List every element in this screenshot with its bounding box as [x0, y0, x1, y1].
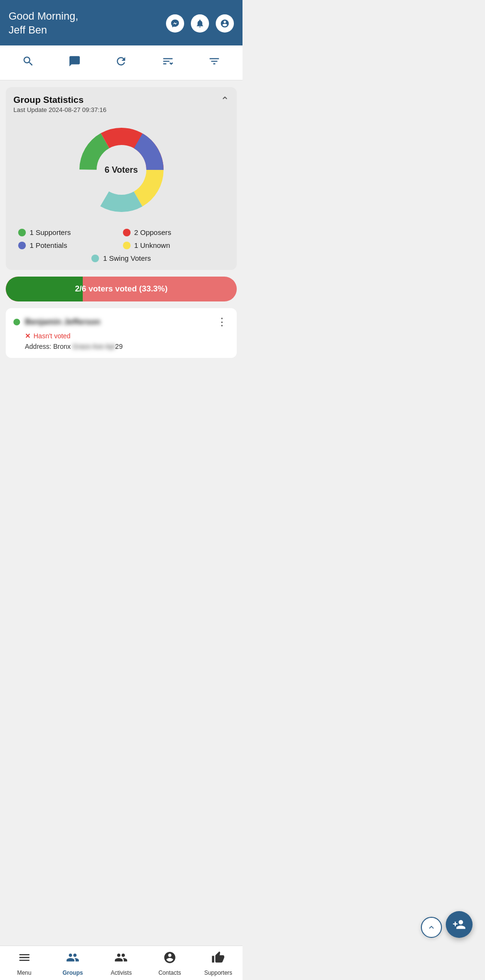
voter-name: Benjamin Jefferson	[25, 317, 100, 327]
progress-bar-label: 2/6 voters voted (33.3%)	[6, 284, 237, 294]
messenger-icon[interactable]	[166, 14, 184, 33]
unknown-dot	[123, 242, 131, 249]
opposers-dot	[123, 229, 131, 236]
voter-menu-button[interactable]: ⋮	[215, 316, 229, 328]
unknown-label: 1 Unknown	[134, 241, 170, 249]
voter-status-dot	[13, 319, 20, 325]
stats-title-block: Group Statistics Last Update 2024-08-27 …	[13, 95, 106, 113]
swing-dot	[91, 255, 99, 262]
address-prefix: Address: Bronx	[25, 343, 73, 350]
legend-opposers: 2 Opposers	[123, 228, 225, 236]
donut-center-label: 6 Voters	[105, 165, 138, 175]
greeting-line1: Good Morning,	[9, 10, 78, 23]
opposers-label: 2 Opposers	[134, 228, 172, 236]
donut-chart: 6 Voters	[74, 122, 169, 218]
bell-icon[interactable]	[191, 14, 209, 33]
chart-legend: 1 Supporters 2 Opposers 1 Potentials 1 U…	[13, 228, 229, 262]
supporters-label: 1 Supporters	[30, 228, 71, 236]
support-icon[interactable]	[216, 14, 234, 33]
voter-vote-status: ✕ Hasn't voted	[25, 332, 229, 340]
sort-button[interactable]	[157, 53, 179, 72]
greeting-line2: Jeff Ben	[9, 23, 78, 37]
header-icons	[166, 14, 234, 33]
address-blurred: Grace Ave Apt	[73, 343, 115, 350]
message-button[interactable]	[64, 53, 86, 72]
header-greeting: Good Morning, Jeff Ben	[9, 10, 78, 37]
stats-title: Group Statistics	[13, 95, 106, 105]
vote-status-text: Hasn't voted	[33, 332, 70, 340]
main-content: Group Statistics Last Update 2024-08-27 …	[0, 80, 242, 371]
stats-last-update: Last Update 2024-08-27 09:37:16	[13, 106, 106, 113]
legend-unknown: 1 Unknown	[123, 241, 225, 249]
voter-name-row: Benjamin Jefferson ⋮	[13, 316, 229, 328]
legend-swing-voters: 1 Swing Voters	[18, 254, 224, 262]
legend-potentials: 1 Potentials	[18, 241, 120, 249]
search-button[interactable]	[17, 53, 39, 72]
app-header: Good Morning, Jeff Ben	[0, 0, 242, 45]
supporters-dot	[18, 229, 26, 236]
filter-button[interactable]	[203, 53, 225, 72]
voter-card: Benjamin Jefferson ⋮ ✕ Hasn't voted Addr…	[6, 308, 237, 358]
voter-address: Address: Bronx Grace Ave Apt29	[25, 343, 229, 350]
address-suffix: 29	[115, 343, 123, 350]
swing-label: 1 Swing Voters	[103, 254, 151, 262]
potentials-dot	[18, 242, 26, 249]
donut-chart-container: 6 Voters	[13, 122, 229, 218]
stats-header: Group Statistics Last Update 2024-08-27 …	[13, 95, 229, 113]
potentials-label: 1 Potentials	[30, 241, 67, 249]
collapse-button[interactable]: ⌃	[220, 95, 229, 107]
stats-card: Group Statistics Last Update 2024-08-27 …	[6, 87, 237, 270]
x-icon: ✕	[25, 332, 31, 340]
progress-bar-container: 2/6 voters voted (33.3%)	[6, 277, 237, 301]
legend-supporters: 1 Supporters	[18, 228, 120, 236]
toolbar	[0, 45, 242, 80]
refresh-button[interactable]	[110, 53, 132, 72]
voter-name-left: Benjamin Jefferson	[13, 317, 100, 327]
